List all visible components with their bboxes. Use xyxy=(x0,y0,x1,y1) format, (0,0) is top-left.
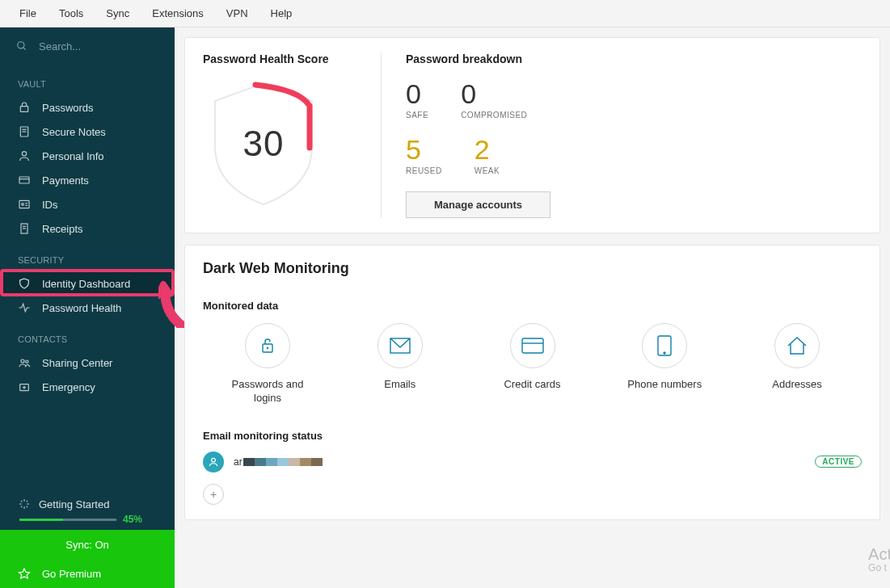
stat-weak: 2 WEAK xyxy=(475,136,500,175)
monitored-data-title: Monitored data xyxy=(203,300,862,312)
progress-bar xyxy=(19,519,116,521)
email-monitoring-title: Email monitoring status xyxy=(203,430,862,442)
user-icon xyxy=(208,456,219,468)
sparkle-icon xyxy=(18,498,31,510)
home-icon xyxy=(787,336,808,355)
getting-started-label: Getting Started xyxy=(39,498,109,510)
lock-icon xyxy=(18,101,36,114)
sidebar-item-payments[interactable]: Payments xyxy=(0,168,175,192)
sidebar-item-label: Password Health xyxy=(42,302,121,314)
add-email-button[interactable]: + xyxy=(203,484,224,505)
sidebar-item-label: Identity Dashboard xyxy=(42,278,130,290)
stat-reused-label: REUSED xyxy=(406,166,442,175)
menu-tools[interactable]: Tools xyxy=(48,7,95,19)
sync-status[interactable]: Sync: On xyxy=(0,530,175,559)
sidebar-item-label: Secure Notes xyxy=(42,126,106,138)
svg-point-28 xyxy=(664,352,665,354)
svg-point-29 xyxy=(212,458,216,462)
sidebar-item-ids[interactable]: IDs xyxy=(0,192,175,216)
monitored-passwords[interactable]: Passwords and logins xyxy=(219,323,316,405)
breakdown-title: Password breakdown xyxy=(406,52,862,65)
sidebar-item-personal-info[interactable]: Personal Info xyxy=(0,144,175,168)
avatar xyxy=(203,452,224,472)
star-icon xyxy=(18,567,36,580)
svg-point-6 xyxy=(22,152,26,156)
svg-point-10 xyxy=(22,204,24,206)
svg-point-0 xyxy=(18,42,24,48)
health-score-value: 30 xyxy=(203,124,324,164)
sidebar-item-label: Payments xyxy=(42,174,89,187)
monitored-emails[interactable]: Emails xyxy=(352,323,449,405)
monitored-label: Phone numbers xyxy=(627,378,702,392)
card-outline-icon xyxy=(521,338,544,354)
sync-label: Sync: On xyxy=(65,539,108,551)
sidebar-item-secure-notes[interactable]: Secure Notes xyxy=(0,120,175,144)
menu-vpn[interactable]: VPN xyxy=(215,7,259,19)
status-badge: ACTIVE xyxy=(815,456,862,468)
health-score-title: Password Health Score xyxy=(203,52,373,65)
svg-point-16 xyxy=(21,359,24,363)
menu-help[interactable]: Help xyxy=(259,7,304,19)
stat-safe: 0 SAFE xyxy=(406,80,428,120)
shield-icon xyxy=(18,277,36,290)
section-security-label: SECURITY xyxy=(0,241,175,271)
note-icon xyxy=(18,125,36,138)
sidebar-item-label: Receipts xyxy=(42,223,83,235)
sidebar-item-label: Personal Info xyxy=(42,150,104,162)
menu-sync[interactable]: Sync xyxy=(95,7,141,19)
svg-point-23 xyxy=(267,347,268,348)
health-card: Password Health Score 30 Password breakd… xyxy=(184,37,880,233)
svg-rect-9 xyxy=(19,200,29,208)
stat-compromised-value: 0 xyxy=(461,80,527,107)
main-content: Password Health Score 30 Password breakd… xyxy=(175,27,890,588)
monitored-email: ar xyxy=(234,456,323,468)
darkweb-card: Dark Web Monitoring Monitored data Passw… xyxy=(184,245,880,520)
monitored-phone[interactable]: Phone numbers xyxy=(616,323,713,405)
sidebar-item-identity-dashboard[interactable]: Identity Dashboard xyxy=(0,271,175,296)
getting-started-widget[interactable]: Getting Started 45% xyxy=(0,489,175,530)
go-premium-button[interactable]: Go Premium xyxy=(0,559,175,588)
sidebar-item-label: Sharing Center xyxy=(42,357,112,369)
email-prefix: ar xyxy=(234,456,243,468)
darkweb-title: Dark Web Monitoring xyxy=(203,260,862,277)
card-icon xyxy=(18,174,36,187)
phone-icon xyxy=(657,335,672,356)
sidebar-item-label: IDs xyxy=(42,199,58,211)
svg-line-1 xyxy=(23,48,26,50)
monitored-addresses[interactable]: Addresses xyxy=(749,323,846,405)
person-icon xyxy=(18,149,36,162)
stat-compromised-label: COMPROMISED xyxy=(461,111,527,120)
pulse-icon xyxy=(18,301,36,314)
monitored-label: Passwords and logins xyxy=(219,378,316,405)
sidebar-item-label: Passwords xyxy=(42,102,94,114)
svg-marker-21 xyxy=(19,569,29,578)
sidebar-item-passwords[interactable]: Passwords xyxy=(0,95,175,120)
svg-rect-2 xyxy=(20,107,27,112)
menu-extensions[interactable]: Extensions xyxy=(141,7,215,19)
stat-weak-value: 2 xyxy=(475,136,500,163)
stat-reused: 5 REUSED xyxy=(406,136,442,175)
sidebar-item-sharing-center[interactable]: Sharing Center xyxy=(0,351,175,375)
progress-percent: 45% xyxy=(123,514,142,525)
section-contacts-label: CONTACTS xyxy=(0,320,175,351)
id-icon xyxy=(18,198,36,211)
divider xyxy=(381,52,382,218)
sidebar-item-password-health[interactable]: Password Health xyxy=(0,296,175,320)
section-vault-label: VAULT xyxy=(0,65,175,95)
sidebar-item-emergency[interactable]: Emergency xyxy=(0,375,175,399)
sidebar: Search... VAULT Passwords Secure Notes P… xyxy=(0,27,175,588)
menu-file[interactable]: File xyxy=(8,7,48,19)
sidebar-item-receipts[interactable]: Receipts xyxy=(0,216,175,241)
stat-reused-value: 5 xyxy=(406,136,442,163)
receipt-icon xyxy=(18,222,36,235)
search-icon xyxy=(16,40,27,52)
monitored-cards[interactable]: Credit cards xyxy=(484,323,581,405)
emergency-icon xyxy=(18,380,36,393)
svg-rect-7 xyxy=(19,177,29,183)
search-input[interactable]: Search... xyxy=(0,27,175,65)
monitored-email-row: ar ACTIVE xyxy=(203,452,862,472)
stat-compromised: 0 COMPROMISED xyxy=(461,80,527,120)
lock-outline-icon xyxy=(258,336,277,355)
stat-safe-value: 0 xyxy=(406,80,428,107)
manage-accounts-button[interactable]: Manage accounts xyxy=(406,191,550,218)
